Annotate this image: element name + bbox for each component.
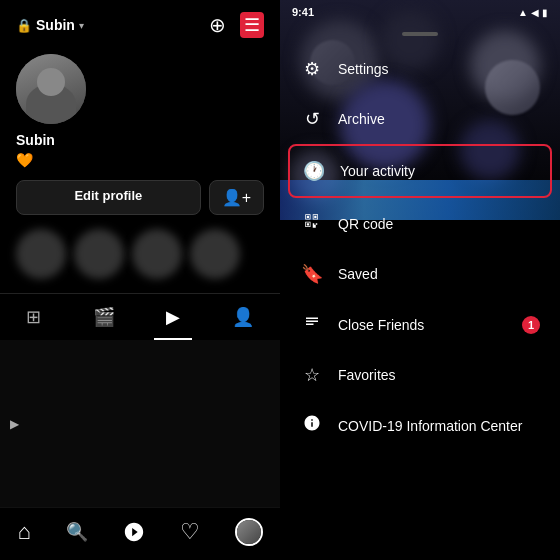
right-content: 9:41 ▲ ◀ ▮ ⚙ Settings ↺ Archive 🕐 bbox=[280, 0, 560, 560]
header-icons: ⊕ ☰ bbox=[209, 12, 264, 38]
story-circle[interactable] bbox=[16, 229, 66, 279]
nav-profile[interactable] bbox=[235, 518, 263, 546]
left-panel: 🔒 Subin ▾ ⊕ ☰ Subin 🧡 Edit profile 👤+ bbox=[0, 0, 280, 560]
tab-igtv[interactable]: ▶ bbox=[154, 300, 192, 334]
menu-label: Archive bbox=[338, 111, 385, 127]
menu-label: Favorites bbox=[338, 367, 396, 383]
avatar bbox=[16, 54, 86, 124]
avatar-inner bbox=[16, 54, 86, 124]
profile-buttons-row: Edit profile 👤+ bbox=[0, 180, 280, 215]
qr-icon bbox=[300, 212, 324, 235]
close-friends-icon bbox=[300, 313, 324, 336]
menu-item-archive[interactable]: ↺ Archive bbox=[288, 94, 552, 144]
saved-icon: 🔖 bbox=[300, 263, 324, 285]
profile-tabs: ⊞ 🎬 ▶ 👤 bbox=[0, 293, 280, 334]
username-text: Subin bbox=[36, 17, 75, 33]
content-area: ▶ bbox=[0, 340, 280, 507]
edit-profile-button[interactable]: Edit profile bbox=[16, 180, 201, 215]
status-bar: 9:41 ▲ ◀ ▮ bbox=[280, 0, 560, 24]
signal-icon: ▲ bbox=[518, 7, 528, 18]
tab-grid[interactable]: ⊞ bbox=[14, 300, 53, 334]
menu-item-saved[interactable]: 🔖 Saved bbox=[288, 249, 552, 299]
close-friends-badge: 1 bbox=[522, 316, 540, 334]
story-circles-row bbox=[0, 229, 280, 279]
tab-reels[interactable]: 🎬 bbox=[81, 300, 127, 334]
wifi-icon: ◀ bbox=[531, 7, 539, 18]
menu-item-favorites[interactable]: ☆ Favorites bbox=[288, 350, 552, 400]
bottom-sheet-handle[interactable] bbox=[402, 32, 438, 36]
menu-icon[interactable]: ☰ bbox=[240, 12, 264, 38]
menu-label: COVID-19 Information Center bbox=[338, 418, 522, 434]
favorites-icon: ☆ bbox=[300, 364, 324, 386]
status-time: 9:41 bbox=[292, 6, 314, 18]
add-people-button[interactable]: 👤+ bbox=[209, 180, 264, 215]
bottom-nav: ⌂ 🔍 ♡ bbox=[0, 507, 280, 560]
profile-name: Subin bbox=[16, 132, 264, 148]
right-panel: 9:41 ▲ ◀ ▮ ⚙ Settings ↺ Archive 🕐 bbox=[280, 0, 560, 560]
menu-item-close-friends[interactable]: Close Friends 1 bbox=[288, 299, 552, 350]
status-icons: ▲ ◀ ▮ bbox=[518, 7, 548, 18]
chevron-down-icon: ▾ bbox=[79, 20, 84, 31]
archive-icon: ↺ bbox=[300, 108, 324, 130]
menu-label: Close Friends bbox=[338, 317, 424, 333]
profile-section: Subin 🧡 bbox=[0, 46, 280, 180]
lock-icon: 🔒 bbox=[16, 18, 32, 33]
header-left: 🔒 Subin ▾ bbox=[16, 17, 84, 33]
menu-label: Settings bbox=[338, 61, 389, 77]
menu-item-qr-code[interactable]: QR code bbox=[288, 198, 552, 249]
add-content-icon[interactable]: ⊕ bbox=[209, 13, 226, 37]
menu-label: Saved bbox=[338, 266, 378, 282]
menu-label: QR code bbox=[338, 216, 393, 232]
nav-heart[interactable]: ♡ bbox=[180, 519, 200, 545]
menu-item-settings[interactable]: ⚙ Settings bbox=[288, 44, 552, 94]
nav-reels[interactable] bbox=[123, 521, 145, 543]
menu-item-covid[interactable]: COVID-19 Information Center bbox=[288, 400, 552, 451]
menu-item-your-activity[interactable]: 🕐 Your activity bbox=[288, 144, 552, 198]
nav-home[interactable]: ⌂ bbox=[17, 519, 30, 545]
battery-icon: ▮ bbox=[542, 7, 548, 18]
tab-tagged[interactable]: 👤 bbox=[220, 300, 266, 334]
story-circle[interactable] bbox=[74, 229, 124, 279]
story-circle[interactable] bbox=[190, 229, 240, 279]
nav-search[interactable]: 🔍 bbox=[66, 521, 88, 543]
menu-list: ⚙ Settings ↺ Archive 🕐 Your activity bbox=[280, 44, 560, 560]
menu-label: Your activity bbox=[340, 163, 415, 179]
covid-icon bbox=[300, 414, 324, 437]
left-header: 🔒 Subin ▾ ⊕ ☰ bbox=[0, 0, 280, 46]
settings-icon: ⚙ bbox=[300, 58, 324, 80]
play-arrow-icon: ▶ bbox=[10, 417, 19, 431]
story-circle[interactable] bbox=[132, 229, 182, 279]
heart-icon: 🧡 bbox=[16, 152, 264, 168]
activity-icon: 🕐 bbox=[302, 160, 326, 182]
